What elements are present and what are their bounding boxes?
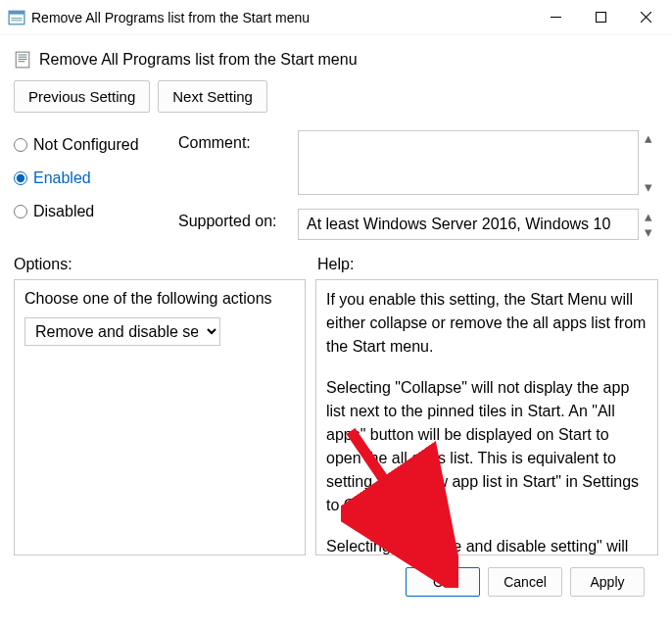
apply-button[interactable]: Apply: [570, 567, 645, 597]
help-paragraph: If you enable this setting, the Start Me…: [326, 288, 648, 359]
setting-nav: Previous Setting Next Setting: [14, 80, 658, 113]
dialog-footer: OK Cancel Apply: [14, 555, 658, 597]
supported-value: At least Windows Server 2016, Windows 10: [298, 209, 639, 240]
comment-label: Comment:: [178, 130, 288, 152]
comment-input[interactable]: [298, 130, 639, 195]
radio-not-configured[interactable]: Not Configured: [14, 136, 167, 154]
scroll-down-icon[interactable]: ▾: [639, 179, 658, 195]
svg-rect-12: [19, 61, 25, 62]
policy-title: Remove All Programs list from the Start …: [39, 51, 358, 69]
state-radio-group: Not Configured Enabled Disabled: [14, 130, 167, 240]
help-label: Help:: [308, 256, 658, 273]
titlebar: Remove All Programs list from the Start …: [0, 0, 672, 35]
radio-enabled[interactable]: Enabled: [14, 169, 167, 187]
radio-not-configured-input[interactable]: [14, 138, 27, 152]
radio-disabled[interactable]: Disabled: [14, 203, 167, 220]
radio-disabled-label: Disabled: [33, 203, 94, 220]
svg-rect-1: [9, 11, 24, 14]
next-setting-button[interactable]: Next Setting: [158, 80, 267, 113]
svg-rect-9: [19, 54, 27, 55]
svg-rect-5: [596, 13, 605, 23]
maximize-button[interactable]: [578, 3, 623, 32]
svg-rect-10: [19, 57, 27, 58]
help-panel[interactable]: If you enable this setting, the Start Me…: [315, 279, 658, 555]
cancel-button[interactable]: Cancel: [488, 567, 562, 597]
options-label: Options:: [14, 256, 308, 273]
previous-setting-button[interactable]: Previous Setting: [14, 80, 150, 113]
window-title: Remove All Programs list from the Start …: [31, 10, 533, 25]
radio-enabled-label: Enabled: [33, 169, 91, 187]
dialog-header: Remove All Programs list from the Start …: [14, 51, 658, 69]
policy-icon: [14, 51, 31, 69]
comment-scrollbar[interactable]: ▴ ▾: [639, 130, 658, 195]
supported-label: Supported on:: [178, 209, 288, 230]
scroll-down-icon[interactable]: ▾: [639, 224, 658, 240]
window-controls: [533, 3, 668, 32]
help-paragraph: Selecting "Collapse" will not display th…: [326, 376, 648, 517]
action-select[interactable]: Remove and disable set: [24, 317, 220, 346]
radio-not-configured-label: Not Configured: [33, 136, 139, 154]
svg-rect-11: [19, 59, 27, 60]
supported-scrollbar[interactable]: ▴ ▾: [639, 209, 658, 240]
scroll-up-icon[interactable]: ▴: [639, 130, 658, 146]
ok-button[interactable]: OK: [406, 567, 480, 597]
app-icon: [8, 9, 25, 26]
radio-disabled-input[interactable]: [14, 205, 27, 218]
close-button[interactable]: [623, 3, 668, 32]
help-paragraph: Selecting "Collapse and disable setting"…: [326, 535, 648, 555]
radio-enabled-input[interactable]: [14, 171, 27, 185]
scroll-up-icon[interactable]: ▴: [639, 209, 658, 224]
options-panel: Choose one of the following actions Remo…: [14, 279, 306, 555]
minimize-button[interactable]: [533, 3, 578, 32]
svg-rect-2: [11, 18, 22, 19]
svg-rect-3: [11, 20, 22, 21]
options-choose-label: Choose one of the following actions: [24, 290, 295, 308]
